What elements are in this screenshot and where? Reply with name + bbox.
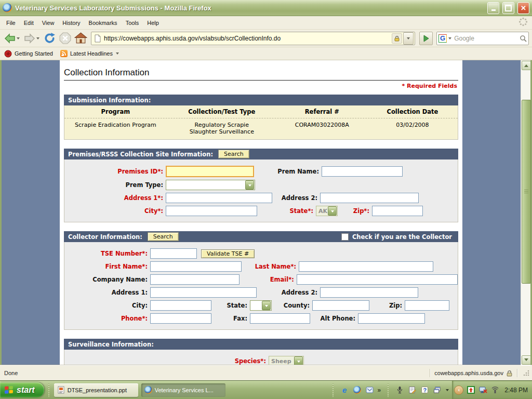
microphone-icon[interactable] [395, 385, 404, 394]
menu-file[interactable]: File [2, 18, 20, 28]
minimize-button[interactable] [487, 2, 499, 14]
menu-edit[interactable]: Edit [20, 18, 38, 28]
window-titlebar: Veterinary Services Laboratory Submissio… [0, 0, 532, 16]
wireless-icon[interactable] [490, 385, 499, 394]
tray-update-icon[interactable] [467, 385, 475, 394]
prem-type-select[interactable] [166, 180, 255, 190]
internet-explorer-icon[interactable]: e [340, 385, 349, 394]
firefox-launcher-icon[interactable] [353, 385, 362, 394]
resize-grip[interactable] [523, 369, 530, 377]
county-input[interactable] [312, 300, 369, 311]
first-name-input[interactable] [150, 261, 242, 272]
email-input[interactable] [297, 274, 458, 285]
chevron-down-icon [245, 180, 254, 190]
col-referral: Referral # [277, 105, 367, 118]
scroll-up-button[interactable] [522, 61, 531, 70]
page-icon [94, 34, 101, 43]
collector-row-5: City: State: County: Zip: [64, 300, 458, 311]
premises-row-4: City*: State*: AK Zip*: [64, 206, 458, 216]
toolbar-overflow-chevron[interactable]: » [378, 387, 381, 394]
web-search-input[interactable] [453, 34, 520, 43]
start-label: start [17, 385, 35, 395]
back-button[interactable] [3, 32, 21, 45]
premises-address1-input[interactable] [166, 193, 272, 203]
validate-tse-button[interactable]: Validate TSE # [201, 249, 255, 258]
company-name-input[interactable] [150, 274, 240, 285]
scroll-down-button[interactable] [522, 355, 531, 365]
notes-icon[interactable] [408, 385, 417, 394]
collector-state-select[interactable] [250, 300, 272, 311]
stop-button[interactable] [58, 32, 72, 45]
company-name-label: Company Name: [64, 276, 150, 283]
tse-number-input[interactable] [150, 248, 197, 259]
prem-name-input[interactable] [322, 166, 403, 177]
alt-phone-input[interactable] [358, 313, 425, 324]
collector-search-button[interactable]: Search [148, 232, 179, 241]
task-button-ppt[interactable]: DTSE_presentation.ppt [54, 383, 138, 397]
forward-icon [23, 32, 36, 45]
phone-input[interactable] [150, 313, 211, 324]
url-input[interactable] [103, 34, 392, 43]
messenger-icon[interactable] [365, 385, 374, 394]
maximize-icon [505, 5, 512, 11]
url-dropdown-button[interactable] [403, 32, 414, 45]
premises-id-input[interactable] [166, 166, 254, 177]
cascade-windows-icon[interactable] [433, 385, 442, 394]
taskbar-divider [47, 383, 51, 397]
collector-header: Collector Information: [68, 233, 142, 241]
scrollbar-thumb[interactable] [522, 100, 531, 284]
menu-bookmarks[interactable]: Bookmarks [85, 18, 122, 28]
forward-dropdown-icon [36, 37, 39, 41]
tray-collapse-chevron[interactable]: ‹ [454, 385, 463, 395]
premises-search-button[interactable]: Search [218, 150, 249, 158]
network-disconnected-icon[interactable] [478, 385, 487, 394]
fax-input[interactable] [250, 313, 310, 324]
start-button[interactable]: start [0, 382, 44, 397]
premises-address2-input[interactable] [320, 193, 419, 203]
search-engine-dropdown-icon[interactable] [448, 37, 451, 41]
chevron-down-icon [328, 206, 337, 216]
submission-column-headers: Program Collection/Test Type Referral # … [64, 105, 458, 118]
close-button[interactable]: ✕ [517, 2, 529, 14]
menu-view[interactable]: View [38, 18, 59, 28]
throbber-icon [518, 17, 528, 29]
chevron-down-icon[interactable] [446, 389, 449, 393]
premises-state-select[interactable]: AK [316, 206, 338, 216]
county-label: County: [272, 302, 312, 309]
reload-button[interactable] [43, 32, 57, 45]
last-name-input[interactable] [299, 261, 433, 272]
menu-tools[interactable]: Tools [122, 18, 143, 28]
collector-row-3: Company Name: Email*: [64, 274, 458, 285]
submission-table: Program Collection/Test Type Referral # … [64, 105, 458, 140]
help-icon[interactable]: ? [420, 385, 429, 394]
chevron-down-icon [116, 52, 119, 56]
tse-number-label: TSE Number*: [64, 250, 150, 257]
phone-label: Phone*: [64, 315, 150, 322]
premises-section: Premises/RSSS Collection Site Informatio… [64, 149, 458, 222]
maximize-button[interactable] [502, 2, 514, 14]
menu-help[interactable]: Help [143, 18, 163, 28]
is-collector-checkbox[interactable] [341, 233, 349, 241]
home-button[interactable] [74, 32, 88, 45]
collector-address2-input[interactable] [320, 287, 418, 298]
vertical-scrollbar[interactable] [521, 60, 530, 365]
premises-row-1: Premises ID*: Prem Name: [64, 166, 458, 177]
species-select[interactable]: Sheep [269, 356, 304, 365]
collector-address1-input[interactable] [150, 287, 257, 298]
premises-zip-label: Zip*: [338, 207, 372, 215]
collector-city-input[interactable] [150, 300, 211, 311]
premises-zip-input[interactable] [372, 206, 423, 216]
collector-zip-input[interactable] [405, 300, 449, 311]
bookmark-latest-headlines[interactable]: Latest Headlines [60, 50, 120, 57]
forward-button[interactable] [23, 32, 41, 45]
taskbar-clock[interactable]: 2:48 PM [504, 387, 528, 394]
premises-city-input[interactable] [166, 206, 257, 216]
task-button-firefox[interactable]: Veterinary Services L... [141, 383, 225, 397]
menu-history[interactable]: History [58, 18, 84, 28]
value-program: Scrapie Eradication Program [64, 118, 167, 139]
bookmark-getting-started[interactable]: Getting Started [4, 50, 53, 58]
submission-section: Submission Information: Program Collecti… [64, 95, 458, 140]
chevron-up-icon [524, 62, 528, 67]
go-button[interactable] [419, 32, 433, 45]
search-icon[interactable] [520, 35, 527, 42]
